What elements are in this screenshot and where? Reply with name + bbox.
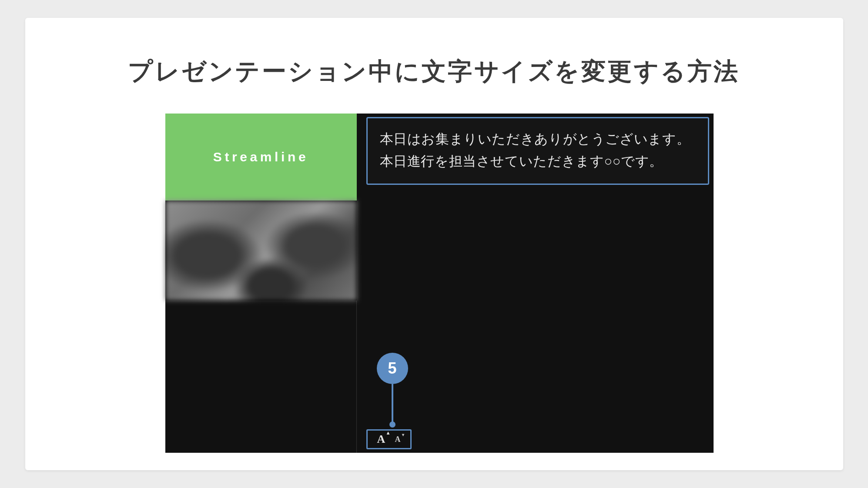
slide-thumbnail-image bbox=[165, 201, 357, 301]
instruction-card: プレゼンテーション中に文字サイズを変更する方法 Streamline 本日はお集… bbox=[25, 18, 843, 470]
speaker-notes-box[interactable]: 本日はお集まりいただきありがとうございます。本日進行を担当させていただきます○○… bbox=[366, 117, 709, 185]
speaker-notes-pane: 本日はお集まりいただきありがとうございます。本日進行を担当させていただきます○○… bbox=[357, 114, 714, 453]
increase-arrow-icon: ▴ bbox=[387, 430, 389, 435]
page-title: プレゼンテーション中に文字サイズを変更する方法 bbox=[25, 55, 843, 88]
speaker-notes-text: 本日はお集まりいただきありがとうございます。本日進行を担当させていただきます○○… bbox=[380, 128, 696, 172]
increase-font-button[interactable]: A ▴ bbox=[377, 434, 385, 445]
slide-preview-pane: Streamline bbox=[165, 114, 357, 453]
page: プレゼンテーション中に文字サイズを変更する方法 Streamline 本日はお集… bbox=[0, 0, 868, 488]
decrease-arrow-icon: ▾ bbox=[402, 433, 404, 437]
callout-connector-line bbox=[392, 384, 393, 422]
step-number-badge: 5 bbox=[377, 353, 408, 384]
increase-font-glyph: A bbox=[377, 433, 385, 445]
decrease-font-glyph: A bbox=[395, 435, 400, 444]
step-callout: 5 bbox=[377, 353, 408, 428]
presenter-view: Streamline 本日はお集まりいただきありがとうございます。本日進行を担当… bbox=[165, 114, 714, 453]
slide-thumbnail-title: Streamline bbox=[213, 150, 308, 164]
font-size-toolbar: A ▴ A ▾ bbox=[366, 429, 412, 449]
slide-thumbnail-header: Streamline bbox=[165, 114, 357, 201]
callout-connector-dot bbox=[389, 421, 395, 428]
slide-thumbnail[interactable]: Streamline bbox=[165, 114, 357, 301]
decrease-font-button[interactable]: A ▾ bbox=[395, 435, 400, 443]
